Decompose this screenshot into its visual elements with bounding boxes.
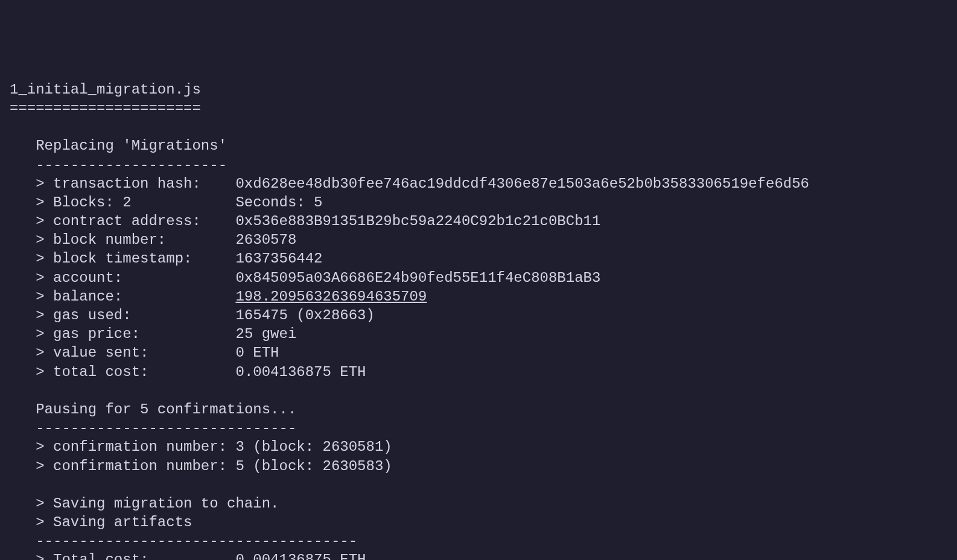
summary-total-cost-value: 0.004136875 ETH	[235, 552, 366, 560]
balance-label: balance:	[53, 288, 122, 305]
seconds-label: Seconds: 5	[235, 194, 322, 211]
block-timestamp-value: 1637356442	[235, 250, 322, 267]
action-heading: Replacing 'Migrations'	[36, 138, 227, 154]
block-timestamp-label: block timestamp:	[53, 250, 192, 267]
action-underline: ----------------------	[36, 157, 227, 173]
summary-underline: -------------------------------------	[36, 533, 357, 549]
terminal-output: 1_initial_migration.js =================…	[10, 80, 947, 560]
gas-used-label: gas used:	[53, 307, 132, 323]
value-sent-value: 0 ETH	[235, 345, 279, 361]
block-number-label: block number:	[53, 232, 166, 248]
account-value: 0x845095a03A6686E24b90fed55E11f4eC808B1a…	[235, 270, 600, 286]
pausing-underline: ------------------------------	[36, 420, 296, 436]
gas-price-value: 25 gwei	[235, 326, 296, 342]
summary-total-cost-label: Total cost:	[53, 552, 148, 560]
contract-address-label: contract address:	[53, 213, 201, 229]
total-cost-label: total cost:	[53, 364, 148, 380]
contract-address-value: 0x536e883B91351B29bc59a2240C92b1c21c0BCb…	[235, 213, 600, 229]
tx-hash-value: 0xd628ee48db30fee746ac19ddcdf4306e87e150…	[235, 176, 809, 192]
saving-artifacts: Saving artifacts	[53, 514, 192, 530]
total-cost-value: 0.004136875 ETH	[235, 364, 366, 380]
pausing-message: Pausing for 5 confirmations...	[36, 401, 296, 418]
confirmation-1: confirmation number: 3 (block: 2630581)	[53, 439, 392, 455]
gas-price-label: gas price:	[53, 326, 140, 342]
saving-migration: Saving migration to chain.	[53, 495, 279, 512]
value-sent-label: value sent:	[53, 345, 148, 361]
confirmation-2: confirmation number: 5 (block: 2630583)	[53, 458, 392, 474]
blocks-label: Blocks: 2	[53, 194, 132, 211]
account-label: account:	[53, 270, 122, 286]
migration-filename: 1_initial_migration.js	[10, 81, 201, 98]
filename-underline: ======================	[10, 100, 201, 116]
gas-used-value: 165475 (0x28663)	[235, 307, 374, 323]
balance-value: 198.209563263694635709	[235, 288, 427, 305]
block-number-value: 2630578	[235, 232, 296, 248]
tx-hash-label: transaction hash:	[53, 176, 201, 192]
